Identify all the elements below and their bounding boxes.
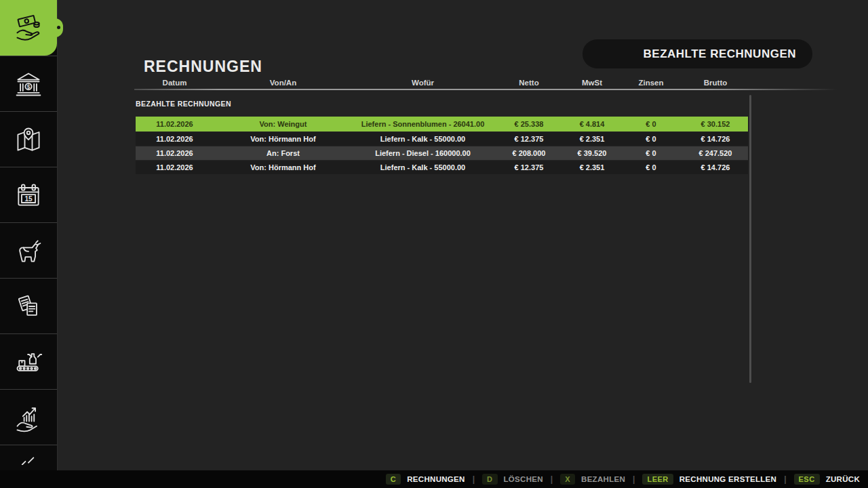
cow-icon	[14, 236, 43, 266]
sidebar-item-statistics[interactable]	[0, 389, 57, 445]
cell-datum: 11.02.2026	[136, 117, 214, 131]
cell-brutto: € 30.152	[683, 117, 748, 131]
invoice-table: 11.02.2026 Von: Weingut Liefern - Sonnen…	[136, 117, 748, 175]
main-panel: RECHNUNGEN BEZAHLTE RECHNUNGEN Datum Von…	[57, 0, 868, 470]
key-badge-space: LEER	[642, 474, 673, 485]
table-row[interactable]: 11.02.2026 Von: Hörmann Hof Liefern - Ka…	[136, 132, 748, 146]
separator	[784, 474, 786, 484]
page-title: RECHNUNGEN	[144, 58, 262, 76]
cell-datum: 11.02.2026	[136, 161, 214, 174]
calendar-icon: 15	[14, 180, 43, 210]
cell-wofuer: Liefern - Sonnenblumen - 26041.00	[353, 117, 493, 131]
bank-icon: $	[14, 69, 43, 99]
key-badge-x: X	[560, 474, 575, 485]
partial-icon	[14, 445, 43, 465]
cell-von-an: Von: Weingut	[214, 117, 353, 131]
cell-wofuer: Liefern - Kalk - 55000.00	[353, 161, 493, 174]
column-header-mwst: MwSt	[565, 77, 619, 88]
cell-brutto: € 247.520	[683, 146, 748, 160]
active-tab-dot	[57, 26, 60, 29]
column-header-datum: Datum	[136, 77, 214, 88]
shortcut-pay[interactable]: X BEZAHLEN	[560, 474, 625, 485]
shortcut-label: LÖSCHEN	[504, 475, 543, 483]
table-scrollbar[interactable]	[749, 95, 751, 383]
table-row[interactable]: 11.02.2026 Von: Weingut Liefern - Sonnen…	[136, 117, 748, 131]
sidebar-item-calendar[interactable]: 15	[0, 167, 57, 222]
sidebar-item-bank[interactable]: $	[0, 56, 57, 111]
shortcut-label: RECHNUNGEN	[407, 475, 465, 483]
cell-datum: 11.02.2026	[136, 132, 214, 146]
shortcut-label: BEZAHLEN	[581, 475, 625, 483]
cell-zinsen: € 0	[619, 161, 683, 174]
sidebar: $ 15	[0, 0, 58, 470]
shortcut-create-invoice[interactable]: LEER RECHNUNG ERSTELLEN	[642, 474, 776, 485]
cell-netto: € 12.375	[493, 132, 565, 146]
cell-wofuer: Liefern - Kalk - 55000.00	[353, 132, 493, 146]
cell-mwst: € 2.351	[565, 161, 619, 174]
shortcut-bar: C RECHNUNGEN D LÖSCHEN X BEZAHLEN LEER R…	[0, 470, 868, 488]
cell-brutto: € 14.726	[683, 161, 748, 174]
separator	[633, 474, 635, 484]
cell-wofuer: Liefern - Diesel - 160000.00	[353, 146, 493, 160]
sidebar-item-production[interactable]	[0, 333, 57, 389]
cell-netto: € 208.000	[493, 146, 565, 160]
cell-zinsen: € 0	[619, 146, 683, 160]
paid-invoices-button[interactable]: BEZAHLTE RECHNUNGEN	[583, 39, 812, 68]
sidebar-item-animals[interactable]	[0, 222, 57, 278]
table-row[interactable]: 11.02.2026 Von: Hörmann Hof Liefern - Ka…	[136, 161, 748, 174]
chart-hand-icon	[14, 403, 43, 432]
production-icon	[14, 347, 43, 377]
table-header-row: Datum Von/An Wofür Netto MwSt Zinsen Bru…	[136, 77, 748, 88]
documents-icon	[14, 291, 43, 321]
map-icon	[14, 125, 43, 155]
cell-mwst: € 2.351	[565, 132, 619, 146]
cell-mwst: € 4.814	[565, 117, 619, 131]
shortcut-invoices[interactable]: C RECHNUNGEN	[386, 474, 465, 485]
column-header-von-an: Von/An	[214, 77, 353, 88]
sidebar-item-map[interactable]	[0, 111, 57, 167]
cell-brutto: € 14.726	[683, 132, 748, 146]
cell-von-an: Von: Hörmann Hof	[214, 161, 353, 174]
cell-mwst: € 39.520	[565, 146, 619, 160]
calendar-day-label: 15	[24, 195, 33, 202]
shortcut-label: ZURÜCK	[826, 475, 860, 483]
money-hand-icon	[14, 13, 43, 43]
column-header-brutto: Brutto	[683, 77, 748, 88]
invoices-screen: $ 15	[0, 0, 868, 488]
separator	[473, 474, 475, 484]
cell-netto: € 25.338	[493, 117, 565, 131]
dollar-symbol: $	[27, 83, 31, 89]
column-header-wofuer: Wofür	[353, 77, 493, 88]
shortcut-delete[interactable]: D LÖSCHEN	[482, 474, 543, 485]
column-header-netto: Netto	[493, 77, 565, 88]
key-badge-esc: ESC	[794, 474, 820, 485]
table-row[interactable]: 11.02.2026 An: Forst Liefern - Diesel - …	[136, 146, 748, 160]
header-divider	[134, 89, 837, 90]
column-header-zinsen: Zinsen	[619, 77, 683, 88]
sidebar-item-partial[interactable]	[0, 445, 57, 465]
section-label: BEZAHLTE RECHNUNGEN	[136, 100, 231, 108]
sidebar-item-contracts[interactable]	[0, 278, 57, 333]
shortcut-back[interactable]: ESC ZURÜCK	[794, 474, 860, 485]
shortcut-label: RECHNUNG ERSTELLEN	[679, 475, 776, 483]
cell-von-an: Von: Hörmann Hof	[214, 132, 353, 146]
cell-zinsen: € 0	[619, 117, 683, 131]
cell-zinsen: € 0	[619, 132, 683, 146]
key-badge-d: D	[482, 474, 497, 485]
cell-netto: € 12.375	[493, 161, 565, 174]
cell-datum: 11.02.2026	[136, 146, 214, 160]
key-badge-c: C	[386, 474, 401, 485]
cell-von-an: An: Forst	[214, 146, 353, 160]
separator	[551, 474, 553, 484]
sidebar-item-finances[interactable]	[0, 0, 57, 56]
